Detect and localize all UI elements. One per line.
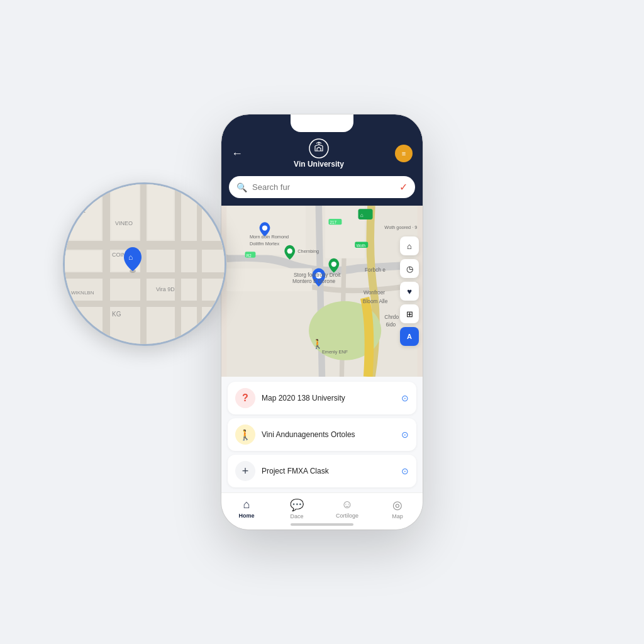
- svg-rect-6: [175, 184, 181, 346]
- result-1-icon: ?: [235, 388, 255, 408]
- svg-rect-4: [103, 184, 110, 346]
- results-area: ? Map 2020 138 University ⊙ 🚶 Vini Andun…: [221, 377, 423, 492]
- back-button[interactable]: ←: [231, 147, 243, 160]
- search-icon: 🔍: [236, 182, 247, 192]
- result-3-icon: +: [235, 461, 255, 481]
- result-3-nav[interactable]: ⊙: [401, 466, 409, 476]
- map-nav-label: Map: [392, 513, 403, 519]
- result-card-3[interactable]: + Project FMXA Clask ⊙: [228, 455, 416, 487]
- dace-nav-label: Dace: [290, 513, 303, 519]
- svg-text:217: 217: [330, 220, 337, 225]
- svg-rect-9: [111, 184, 139, 240]
- heart-sidebar-icon[interactable]: ♥: [400, 282, 419, 301]
- svg-point-30: [262, 225, 267, 230]
- nav-home[interactable]: ⌂ Home: [221, 498, 272, 519]
- svg-text:Woth: Woth: [356, 243, 365, 248]
- svg-text:Wonfroer: Wonfroer: [364, 289, 385, 296]
- svg-text:KG: KG: [112, 311, 121, 318]
- home-nav-label: Home: [238, 513, 254, 519]
- result-2-nav[interactable]: ⊙: [401, 430, 409, 440]
- nav-dace[interactable]: 💬 Dace: [272, 498, 322, 519]
- svg-text:Woth goored · 9: Woth goored · 9: [384, 225, 417, 230]
- svg-rect-10: [148, 184, 174, 240]
- search-bar: 🔍 ✓: [221, 176, 423, 206]
- svg-text:⌂: ⌂: [128, 253, 133, 262]
- menu-button[interactable]: ≡: [395, 145, 413, 162]
- result-3-title: Project FMXA Clask: [262, 467, 395, 475]
- svg-text:6ido: 6ido: [386, 321, 396, 328]
- app-title: Vin University: [294, 160, 344, 169]
- clock-sidebar-icon[interactable]: ◷: [400, 259, 419, 278]
- map-nav-icon: ◎: [392, 498, 402, 512]
- cortiloge-nav-icon: ☺: [341, 498, 353, 511]
- search-input[interactable]: [252, 182, 394, 192]
- svg-text:ME: ME: [76, 207, 86, 214]
- svg-text:Vira 9D: Vira 9D: [156, 286, 175, 292]
- nav-map[interactable]: ◎ Map: [372, 498, 423, 519]
- result-2-icon: 🚶: [235, 425, 255, 445]
- search-input-wrap[interactable]: 🔍 ✓: [229, 176, 415, 198]
- svg-text:⌂: ⌂: [360, 212, 364, 218]
- home-sidebar-icon[interactable]: ⌂: [400, 236, 419, 255]
- map-svg: Morn doin Romond Dolitfm Mortex Chernbin…: [221, 206, 423, 377]
- phone-frame: ← Vin University ≡ 🔍 ✓: [221, 114, 423, 530]
- cortiloge-nav-label: Cortiloge: [336, 513, 358, 519]
- home-nav-icon: ⌂: [243, 498, 250, 511]
- home-indicator: [291, 523, 353, 526]
- zoom-map-svg: ME VINEO COIN Vira 9D WIKNLBN KG ⌂: [65, 184, 226, 346]
- info-sidebar-icon[interactable]: A: [400, 327, 419, 346]
- svg-rect-11: [65, 251, 101, 271]
- svg-text:VINEO: VINEO: [115, 220, 133, 226]
- svg-text:Chernbing: Chernbing: [297, 248, 319, 254]
- map-sidebar: ⌂ ◷ ♥ ⊞ A: [400, 236, 419, 346]
- dace-nav-icon: 💬: [290, 498, 304, 512]
- map-zoom-circle: ME VINEO COIN Vira 9D WIKNLBN KG ⌂: [63, 182, 226, 346]
- result-card-1[interactable]: ? Map 2020 138 University ⊙: [228, 382, 416, 414]
- svg-text:Storg foottrosy Droit: Storg foottrosy Droit: [294, 272, 341, 278]
- svg-text:WIKNLBN: WIKNLBN: [71, 290, 94, 296]
- svg-point-29: [331, 262, 336, 267]
- filter-icon[interactable]: ✓: [399, 181, 408, 193]
- svg-text:🚶: 🚶: [312, 338, 324, 350]
- svg-point-28: [287, 248, 292, 253]
- grid-sidebar-icon[interactable]: ⊞: [400, 304, 419, 323]
- svg-rect-5: [140, 184, 147, 346]
- header-center: Vin University: [294, 138, 344, 169]
- result-card-2[interactable]: 🚶 Vini Andunagenents Ortoles ⊙: [228, 418, 416, 451]
- svg-text:Forbch e: Forbch e: [365, 267, 386, 273]
- nav-cortiloge[interactable]: ☺ Cortiloge: [322, 498, 372, 519]
- svg-text:Dolitfm Mortex: Dolitfm Mortex: [250, 241, 279, 247]
- svg-text:R2: R2: [247, 253, 252, 258]
- map-area[interactable]: Morn doin Romond Dolitfm Mortex Chernbin…: [221, 206, 423, 377]
- university-logo: [309, 138, 329, 158]
- result-1-nav[interactable]: ⊙: [401, 393, 409, 403]
- svg-text:Morn doin Romond: Morn doin Romond: [250, 234, 289, 240]
- result-2-title: Vini Andunagenents Ortoles: [262, 430, 395, 439]
- result-1-title: Map 2020 138 University: [262, 394, 395, 402]
- svg-text:Bloom Alle: Bloom Alle: [363, 298, 388, 304]
- svg-text:Emenly ENF: Emenly ENF: [322, 349, 348, 355]
- svg-rect-7: [197, 184, 202, 346]
- svg-text:Montero E Dorone: Montero E Dorone: [292, 278, 336, 284]
- phone-notch: [291, 114, 353, 132]
